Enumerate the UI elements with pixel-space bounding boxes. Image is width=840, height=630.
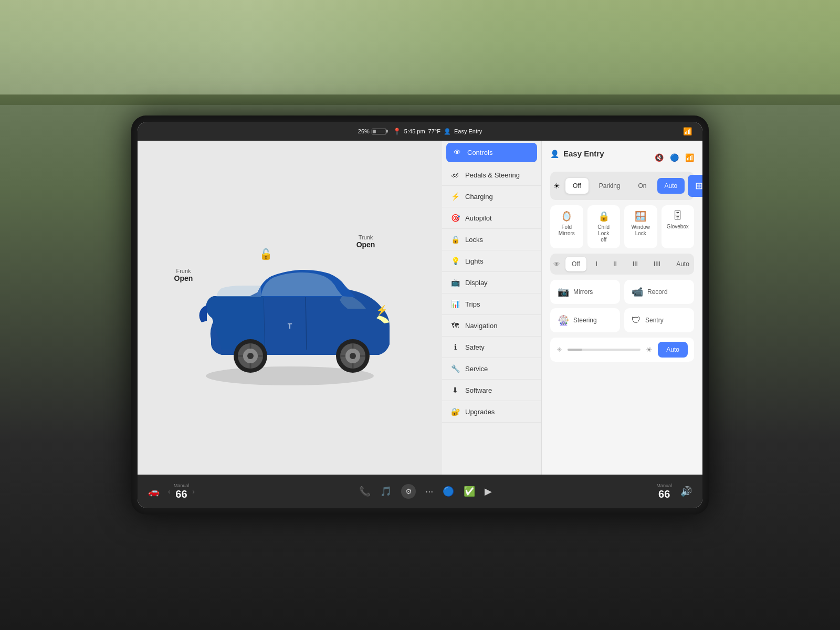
sentry-btn[interactable]: 🛡 Sentry <box>624 308 694 332</box>
wiper-btn-off[interactable]: Off <box>565 257 586 271</box>
sidebar-label-controls: Controls <box>467 149 492 156</box>
svg-text:T: T <box>288 322 292 330</box>
brightness-low-icon: ☀ <box>556 346 562 353</box>
sidebar-item-trips[interactable]: 📊 Trips <box>442 293 541 315</box>
light-btn-parking[interactable]: Parking <box>592 178 628 194</box>
sidebar-label-locks: Locks <box>465 236 483 244</box>
controls-panel: 👁 Controls 🏎 Pedals & Steering ⚡ Chargin… <box>442 141 702 475</box>
sidebar-item-autopilot[interactable]: 🎯 Autopilot <box>442 207 541 229</box>
status-time: 5:45 pm <box>404 128 425 134</box>
sidebar-label-display: Display <box>465 279 488 287</box>
main-screen: 26% 📍 5:45 pm 77°F 👤 Easy Entry <box>138 122 702 508</box>
apps-icon[interactable]: ··· <box>425 486 433 497</box>
section-header: 👤 Easy Entry 🔇 🔵 📶 <box>550 149 694 165</box>
glovebox-icon: 🗄 <box>673 211 682 222</box>
status-profile: Easy Entry <box>454 128 482 134</box>
nav-arrows: ‹ Manual 66 › <box>168 483 195 500</box>
wifi-status-icon[interactable]: 📶 <box>685 153 694 162</box>
sidebar-item-service[interactable]: 🔧 Service <box>442 358 541 380</box>
action-grid: 📷 Mirrors 📹 Record 🎡 Steering <box>550 280 694 332</box>
window-lock-label: WindowLock <box>631 224 650 237</box>
battery-tip <box>386 130 388 133</box>
brightness-auto-btn[interactable]: Auto <box>658 342 688 358</box>
svg-point-10 <box>350 353 356 359</box>
locks-icon: 🔒 <box>450 235 460 244</box>
glovebox-btn[interactable]: 🗄 Glovebox <box>662 205 695 248</box>
light-controls: ☀ Off Parking On Auto ⊞ <box>550 172 694 200</box>
bluetooth-taskbar-icon[interactable]: 🔵 <box>443 486 454 497</box>
nav-prev[interactable]: ‹ <box>168 487 171 496</box>
window-lock-icon: 🪟 <box>635 211 646 222</box>
svg-point-6 <box>247 353 254 359</box>
battery-indicator: 26% <box>358 128 386 134</box>
lights-icon: 💡 <box>450 257 460 265</box>
light-blue-button[interactable]: ⊞ <box>688 175 702 197</box>
window-lock-btn[interactable]: 🪟 WindowLock <box>624 205 657 248</box>
fold-mirrors-btn[interactable]: 🪞 FoldMirrors <box>550 205 583 248</box>
light-btn-auto[interactable]: Auto <box>657 178 685 194</box>
child-lock-btn[interactable]: 🔒 Child Lockoff <box>587 205 621 248</box>
sidebar-label-safety: Safety <box>465 343 485 351</box>
bluetooth-icon[interactable]: 🔵 <box>670 153 679 162</box>
record-btn[interactable]: 📹 Record <box>624 280 694 304</box>
wiper-btn-2[interactable]: II <box>607 257 623 271</box>
sidebar-item-display[interactable]: 📺 Display <box>442 272 541 293</box>
brightness-slider[interactable] <box>568 349 640 351</box>
record-label: Record <box>647 288 668 296</box>
light-btn-on[interactable]: On <box>631 178 654 194</box>
wiper-btn-1[interactable]: I <box>590 257 604 271</box>
wiper-btn-3[interactable]: III <box>626 257 644 271</box>
glovebox-label: Glovebox <box>667 224 689 230</box>
record-icon: 📹 <box>632 286 643 298</box>
phone-icon[interactable]: 📞 <box>359 486 371 497</box>
sentry-icon: 🛡 <box>632 315 641 326</box>
battery-fill <box>373 130 376 133</box>
child-lock-icon: 🔒 <box>598 211 610 222</box>
steering-btn[interactable]: 🎡 Steering <box>550 308 620 332</box>
top-icons: 🔇 🔵 📶 <box>655 153 694 162</box>
sidebar-item-software[interactable]: ⬇ Software <box>442 380 541 401</box>
charge-icon: ⚡ <box>376 304 387 316</box>
trunk-status-text: Open <box>356 240 375 249</box>
sidebar-item-safety[interactable]: ℹ Safety <box>442 337 541 358</box>
person-icon: 👤 <box>550 150 559 158</box>
sidebar-item-charging[interactable]: ⚡ Charging <box>442 186 541 207</box>
wiper-btn-auto[interactable]: Auto <box>670 257 696 271</box>
sidebar-label-trips: Trips <box>465 300 480 308</box>
car-taskbar-icon[interactable]: 🚗 <box>148 486 160 497</box>
play-icon[interactable]: ▶ <box>485 486 492 497</box>
safety-icon: ℹ <box>450 343 460 351</box>
volume-icon[interactable]: 🔊 <box>680 486 692 497</box>
mirrors-btn[interactable]: 📷 Mirrors <box>550 280 620 304</box>
sidebar-item-controls[interactable]: 👁 Controls <box>446 143 537 162</box>
autopilot-icon: 🎯 <box>450 214 460 222</box>
car-svg-container: Frunk Open Trunk Open 🔓 ⚡ <box>138 141 442 475</box>
section-title-text: Easy Entry <box>563 149 604 158</box>
media-icon[interactable]: ⚙ <box>401 484 416 499</box>
taskbar-left: 🚗 ‹ Manual 66 › <box>148 483 195 500</box>
right-temp-label: Manual <box>656 483 672 488</box>
light-btn-off[interactable]: Off <box>565 178 589 194</box>
speaker-icon[interactable]: 🔇 <box>655 153 664 162</box>
display-icon: 📺 <box>450 278 460 287</box>
brightness-fill <box>568 349 582 351</box>
sidebar-item-lights[interactable]: 💡 Lights <box>442 250 541 272</box>
taskbar-center: 📞 🎵 ⚙ ··· 🔵 ✅ ▶ <box>359 484 492 499</box>
nav-next[interactable]: › <box>192 487 195 496</box>
frunk-status-text: Open <box>174 274 193 282</box>
fold-mirrors-icon: 🪞 <box>561 211 572 222</box>
right-temp-value: 66 <box>656 488 672 500</box>
status-center-info: 📍 5:45 pm 77°F 👤 Easy Entry <box>393 128 482 135</box>
wifi-icon: 📶 <box>683 127 692 135</box>
music-icon[interactable]: 🎵 <box>380 486 392 497</box>
sidebar-item-pedals[interactable]: 🏎 Pedals & Steering <box>442 164 541 186</box>
brightness-row: ☀ ☀ Auto <box>550 338 694 362</box>
status-temp: 77°F <box>428 128 440 134</box>
sidebar-label-charging: Charging <box>465 193 493 201</box>
car-panel: Frunk Open Trunk Open 🔓 ⚡ <box>138 141 442 475</box>
sidebar-item-locks[interactable]: 🔒 Locks <box>442 229 541 250</box>
sidebar-item-upgrades[interactable]: 🔐 Upgrades <box>442 401 541 423</box>
wiper-btn-4[interactable]: IIII <box>647 257 667 271</box>
sidebar-item-navigation[interactable]: 🗺 Navigation <box>442 315 541 337</box>
checkmark-icon[interactable]: ✅ <box>464 486 475 497</box>
